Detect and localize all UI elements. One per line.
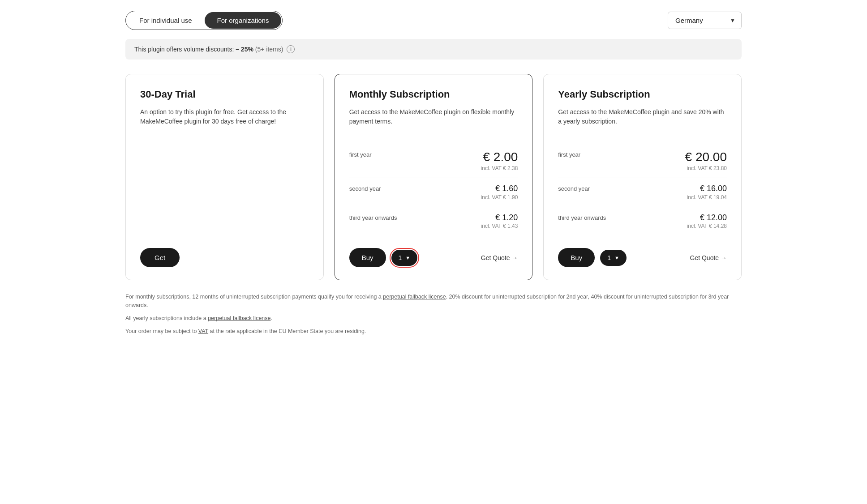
card-yearly: Yearly Subscription Get access to the Ma… <box>543 74 742 280</box>
monthly-actions: Buy 1 ▼ Get Quote → <box>349 248 518 267</box>
yearly-label-2: second year <box>558 184 590 192</box>
monthly-vat-3: incl. VAT € 1.43 <box>481 223 518 229</box>
country-select[interactable]: Germany United States France United King… <box>668 12 742 29</box>
monthly-buy-button[interactable]: Buy <box>349 248 386 267</box>
vat-link[interactable]: VAT <box>198 328 208 334</box>
monthly-label-1: first year <box>349 150 372 158</box>
trial-get-button[interactable]: Get <box>140 248 180 267</box>
monthly-main-price-2: € 1.60 <box>481 184 518 193</box>
yearly-price-row-1: first year € 20.00 incl. VAT € 23.80 <box>558 144 727 178</box>
monthly-main-price-1: € 2.00 <box>481 150 518 164</box>
monthly-price-row-3: third year onwards € 1.20 incl. VAT € 1.… <box>349 207 518 236</box>
footer-notes: For monthly subscriptions, 12 months of … <box>125 293 742 335</box>
card-yearly-title: Yearly Subscription <box>558 89 727 100</box>
monthly-pricing: first year € 2.00 incl. VAT € 2.38 secon… <box>349 144 518 235</box>
tab-individual[interactable]: For individual use <box>127 12 205 29</box>
card-trial: 30-Day Trial An option to try this plugi… <box>125 74 324 280</box>
yearly-values-2: € 16.00 incl. VAT € 19.04 <box>687 184 727 201</box>
info-icon[interactable]: i <box>287 45 295 53</box>
monthly-label-3: third year onwards <box>349 214 397 221</box>
yearly-qty-chevron-icon: ▼ <box>614 255 619 261</box>
monthly-values-1: € 2.00 incl. VAT € 2.38 <box>481 150 518 171</box>
perpetual-license-link-1[interactable]: perpetual fallback license <box>383 294 446 300</box>
card-monthly-description: Get access to the MakeMeCoffee plugin on… <box>349 107 518 126</box>
card-monthly: Monthly Subscription Get access to the M… <box>335 74 533 280</box>
monthly-vat-1: incl. VAT € 2.38 <box>481 165 518 171</box>
yearly-price-row-3: third year onwards € 12.00 incl. VAT € 1… <box>558 207 727 236</box>
card-monthly-title: Monthly Subscription <box>349 89 518 100</box>
yearly-label-3: third year onwards <box>558 214 606 221</box>
tab-organizations[interactable]: For organizations <box>205 12 282 29</box>
yearly-main-price-2: € 16.00 <box>687 184 727 193</box>
pricing-cards: 30-Day Trial An option to try this plugi… <box>125 74 742 280</box>
usage-toggle-group: For individual use For organizations <box>125 11 283 30</box>
yearly-pricing: first year € 20.00 incl. VAT € 23.80 sec… <box>558 144 727 235</box>
yearly-values-1: € 20.00 incl. VAT € 23.80 <box>685 150 727 171</box>
yearly-buy-button[interactable]: Buy <box>558 248 595 267</box>
footer-note-1: For monthly subscriptions, 12 months of … <box>125 293 742 310</box>
monthly-main-price-3: € 1.20 <box>481 214 518 222</box>
country-selector-wrapper: Germany United States France United King… <box>668 12 742 29</box>
card-trial-title: 30-Day Trial <box>140 89 309 100</box>
yearly-values-3: € 12.00 incl. VAT € 14.28 <box>687 214 727 230</box>
monthly-qty-selector[interactable]: 1 ▼ <box>391 250 418 266</box>
yearly-label-1: first year <box>558 150 580 158</box>
yearly-vat-3: incl. VAT € 14.28 <box>687 223 727 229</box>
discount-banner: This plugin offers volume discounts: – 2… <box>125 39 742 60</box>
monthly-values-3: € 1.20 incl. VAT € 1.43 <box>481 214 518 230</box>
yearly-qty-value: 1 <box>607 254 611 261</box>
yearly-main-price-3: € 12.00 <box>687 214 727 222</box>
yearly-vat-2: incl. VAT € 19.04 <box>687 194 727 201</box>
yearly-quote-button[interactable]: Get Quote → <box>690 254 727 261</box>
top-row: For individual use For organizations Ger… <box>125 11 742 30</box>
footer-note-3: Your order may be subject to VAT at the … <box>125 327 742 336</box>
monthly-qty-chevron-icon: ▼ <box>405 255 410 261</box>
card-trial-description: An option to try this plugin for free. G… <box>140 107 309 126</box>
yearly-qty-selector[interactable]: 1 ▼ <box>600 250 627 266</box>
card-trial-actions: Get <box>140 248 309 267</box>
monthly-vat-2: incl. VAT € 1.90 <box>481 194 518 201</box>
discount-text: This plugin offers volume discounts: – 2… <box>134 46 283 53</box>
monthly-qty-value: 1 <box>399 254 402 261</box>
yearly-vat-1: incl. VAT € 23.80 <box>685 165 727 171</box>
yearly-actions: Buy 1 ▼ Get Quote → <box>558 248 727 267</box>
yearly-main-price-1: € 20.00 <box>685 150 727 164</box>
monthly-price-row-2: second year € 1.60 incl. VAT € 1.90 <box>349 178 518 207</box>
monthly-price-row-1: first year € 2.00 incl. VAT € 2.38 <box>349 144 518 178</box>
perpetual-license-link-2[interactable]: perpetual fallback license <box>208 315 270 321</box>
monthly-quote-button[interactable]: Get Quote → <box>481 254 518 261</box>
card-yearly-description: Get access to the MakeMeCoffee plugin an… <box>558 107 727 126</box>
footer-note-2: All yearly subscriptions include a perpe… <box>125 314 742 323</box>
monthly-label-2: second year <box>349 184 381 192</box>
monthly-values-2: € 1.60 incl. VAT € 1.90 <box>481 184 518 201</box>
yearly-price-row-2: second year € 16.00 incl. VAT € 19.04 <box>558 178 727 207</box>
